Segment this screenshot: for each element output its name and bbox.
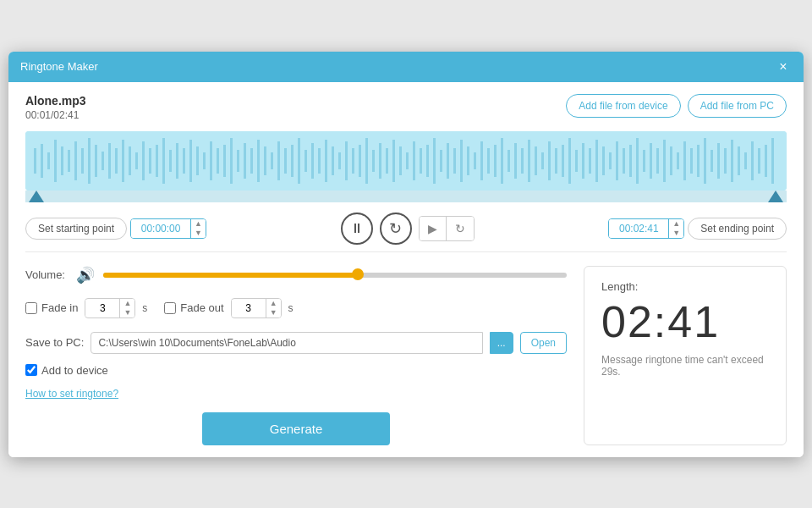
waveform-display[interactable] (25, 131, 787, 190)
right-controls: ▲ ▼ Set ending point (608, 218, 787, 240)
fade-out-up[interactable]: ▲ (266, 299, 281, 308)
svg-rect-2 (41, 144, 43, 178)
browse-button[interactable]: ... (490, 332, 513, 354)
fade-in-unit: s (142, 302, 147, 314)
svg-rect-61 (440, 150, 442, 172)
svg-rect-56 (406, 152, 409, 169)
waveform-wrapper (25, 131, 787, 202)
svg-rect-66 (474, 152, 476, 169)
add-from-device-button[interactable]: Add file from device (566, 94, 680, 118)
add-device-label[interactable]: Add to device (25, 364, 108, 377)
svg-rect-8 (81, 148, 84, 174)
fade-in-down[interactable]: ▼ (120, 308, 134, 318)
svg-rect-32 (244, 143, 246, 179)
replay-button[interactable]: ↻ (380, 213, 412, 245)
end-time-down[interactable]: ▼ (669, 229, 683, 238)
svg-rect-22 (176, 143, 178, 179)
svg-rect-75 (535, 146, 537, 175)
svg-rect-4 (54, 140, 57, 182)
svg-rect-59 (426, 145, 429, 177)
svg-rect-55 (399, 146, 402, 175)
ringtone-link-row: How to set ringtone? (25, 385, 567, 400)
set-ending-point-button[interactable]: Set ending point (688, 218, 787, 240)
svg-rect-99 (697, 145, 700, 177)
window-title: Ringtone Maker (20, 60, 98, 73)
save-path-input[interactable] (91, 332, 482, 354)
fade-in-label[interactable]: Fade in (25, 301, 78, 314)
add-from-pc-button[interactable]: Add file from PC (688, 94, 787, 118)
svg-rect-12 (108, 143, 111, 179)
svg-rect-85 (602, 146, 605, 175)
close-button[interactable]: × (775, 58, 792, 75)
add-device-checkbox[interactable] (25, 364, 37, 376)
svg-rect-53 (386, 148, 388, 174)
svg-rect-71 (508, 150, 510, 172)
end-time-up[interactable]: ▲ (669, 219, 683, 229)
fade-out-down[interactable]: ▼ (266, 308, 281, 318)
start-time-up[interactable]: ▲ (191, 219, 206, 229)
svg-rect-24 (189, 140, 192, 182)
pause-icon: ⏸ (350, 221, 364, 236)
volume-row: Volume: 🔊 (25, 266, 567, 284)
end-handle[interactable] (768, 190, 783, 202)
open-button[interactable]: Open (520, 332, 567, 354)
fade-out-spinners: ▲ ▼ (266, 299, 281, 318)
svg-rect-48 (352, 148, 354, 174)
replay-small-button[interactable]: ↻ (447, 217, 474, 240)
length-note: Message ringtone time can't exceed 29s. (601, 354, 769, 378)
file-header: Alone.mp3 00:01/02:41 Add file from devi… (25, 94, 787, 121)
volume-slider[interactable] (103, 273, 567, 278)
svg-rect-81 (575, 150, 578, 172)
generate-button[interactable]: Generate (202, 412, 391, 445)
svg-rect-92 (650, 143, 652, 179)
svg-rect-44 (325, 140, 327, 182)
end-time-input[interactable] (609, 219, 668, 238)
svg-rect-7 (74, 141, 77, 180)
fade-out-input[interactable] (232, 300, 266, 317)
svg-rect-78 (555, 148, 557, 174)
fade-in-up[interactable]: ▲ (120, 299, 134, 308)
svg-rect-77 (548, 141, 551, 180)
svg-rect-105 (738, 146, 740, 175)
svg-rect-26 (203, 152, 206, 169)
svg-rect-96 (677, 152, 679, 169)
start-time-down[interactable]: ▼ (191, 229, 206, 238)
svg-rect-68 (487, 148, 490, 174)
svg-rect-9 (88, 138, 91, 184)
svg-rect-41 (304, 150, 307, 172)
svg-rect-36 (271, 152, 273, 169)
left-panel: Volume: 🔊 Fade in (25, 266, 567, 445)
waveform-overlay (25, 131, 787, 190)
svg-rect-25 (196, 146, 199, 175)
svg-rect-100 (704, 138, 706, 184)
svg-rect-28 (217, 148, 219, 174)
left-controls: Set starting point ▲ ▼ (25, 218, 206, 240)
svg-rect-86 (609, 152, 612, 169)
fade-in-input[interactable] (85, 300, 119, 317)
svg-rect-33 (250, 148, 253, 174)
svg-rect-63 (453, 148, 456, 174)
end-time-spinners: ▲ ▼ (668, 219, 683, 238)
play-button[interactable]: ▶ (420, 217, 447, 240)
start-handle[interactable] (29, 190, 44, 202)
file-name: Alone.mp3 (25, 94, 86, 108)
svg-rect-20 (162, 138, 165, 184)
svg-rect-74 (528, 140, 530, 182)
fade-out-checkbox[interactable] (164, 302, 176, 314)
svg-rect-103 (724, 148, 727, 174)
fade-row: Fade in ▲ ▼ s Fade out (25, 298, 567, 318)
fade-in-spinners: ▲ ▼ (119, 299, 134, 318)
svg-rect-1 (34, 148, 36, 174)
svg-rect-38 (284, 148, 287, 174)
pause-button[interactable]: ⏸ (341, 213, 373, 245)
volume-fill (103, 273, 358, 278)
svg-rect-109 (765, 145, 767, 177)
svg-rect-82 (582, 143, 584, 179)
set-starting-point-button[interactable]: Set starting point (25, 218, 127, 240)
how-to-set-ringtone-link[interactable]: How to set ringtone? (25, 388, 118, 400)
start-time-input[interactable] (131, 219, 190, 238)
volume-thumb[interactable] (352, 268, 364, 280)
fade-out-label[interactable]: Fade out (164, 301, 223, 314)
fade-in-checkbox[interactable] (25, 302, 37, 314)
svg-rect-46 (338, 152, 341, 169)
